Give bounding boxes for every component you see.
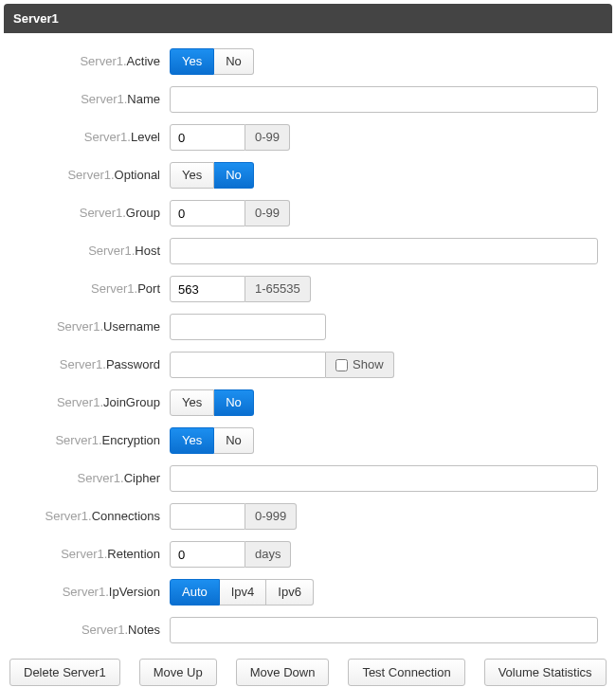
label-cipher: Server1.Cipher [4,465,170,492]
encryption-yes-button[interactable]: Yes [170,427,214,454]
active-toggle[interactable]: Yes No [170,48,254,75]
host-input[interactable] [170,238,598,264]
row-retention: Server1.Retention days [4,541,612,568]
row-encryption: Server1.Encryption Yes No [4,427,612,454]
level-input[interactable] [170,124,245,151]
label-active: Server1.Active [4,48,170,75]
password-input[interactable] [170,352,326,378]
row-joingroup: Server1.JoinGroup Yes No [4,389,612,416]
move-up-button[interactable]: Move Up [139,659,217,686]
name-input[interactable] [170,86,598,113]
joingroup-no-button[interactable]: No [214,389,254,416]
volume-statistics-button[interactable]: Volume Statistics [484,659,607,686]
password-show-addon[interactable]: Show [326,352,394,378]
row-ipversion: Server1.IpVersion Auto Ipv4 Ipv6 [4,579,612,606]
password-show-label: Show [353,357,384,372]
label-notes: Server1.Notes [4,617,170,643]
row-port: Server1.Port 1-65535 [4,276,612,302]
active-no-button[interactable]: No [214,48,254,75]
group-addon: 0-99 [245,200,290,226]
optional-yes-button[interactable]: Yes [170,162,214,189]
active-yes-button[interactable]: Yes [170,48,214,75]
group-input[interactable] [170,200,245,226]
label-port: Server1.Port [4,276,170,302]
label-optional: Server1.Optional [4,162,170,189]
label-encryption: Server1.Encryption [4,427,170,454]
level-addon: 0-99 [245,124,290,151]
row-level: Server1.Level 0-99 [4,124,612,151]
footer-buttons: Delete Server1 Move Up Move Down Test Co… [4,655,612,686]
password-show-checkbox[interactable] [335,359,348,371]
connections-addon: 0-999 [245,503,297,530]
delete-server-button[interactable]: Delete Server1 [9,659,120,686]
joingroup-toggle[interactable]: Yes No [170,389,254,416]
retention-addon: days [245,541,291,568]
row-active: Server1.Active Yes No [4,48,612,75]
row-password: Server1.Password Show [4,352,612,378]
label-retention: Server1.Retention [4,541,170,568]
encryption-toggle[interactable]: Yes No [170,427,254,454]
test-connection-button[interactable]: Test Connection [348,659,464,686]
label-ipversion: Server1.IpVersion [4,579,170,606]
ipversion-ipv6-button[interactable]: Ipv6 [266,579,314,606]
connections-input[interactable] [170,503,245,530]
row-notes: Server1.Notes [4,617,612,643]
label-group: Server1.Group [4,200,170,226]
panel-header: Server1 [4,4,612,33]
optional-no-button[interactable]: No [214,162,254,189]
label-level: Server1.Level [4,124,170,151]
row-host: Server1.Host [4,238,612,264]
row-group: Server1.Group 0-99 [4,200,612,226]
label-username: Server1.Username [4,314,170,340]
row-name: Server1.Name [4,86,612,113]
port-addon: 1-65535 [245,276,311,302]
retention-input[interactable] [170,541,245,568]
label-password: Server1.Password [4,352,170,378]
joingroup-yes-button[interactable]: Yes [170,389,214,416]
label-connections: Server1.Connections [4,503,170,530]
ipversion-auto-button[interactable]: Auto [170,579,220,606]
row-username: Server1.Username [4,314,612,340]
move-down-button[interactable]: Move Down [236,659,330,686]
ipversion-ipv4-button[interactable]: Ipv4 [220,579,267,606]
row-cipher: Server1.Cipher [4,465,612,492]
optional-toggle[interactable]: Yes No [170,162,254,189]
label-name: Server1.Name [4,86,170,113]
ipversion-toggle[interactable]: Auto Ipv4 Ipv6 [170,579,314,606]
username-input[interactable] [170,314,326,340]
cipher-input[interactable] [170,465,598,492]
label-host: Server1.Host [4,238,170,264]
label-joingroup: Server1.JoinGroup [4,389,170,416]
encryption-no-button[interactable]: No [214,427,254,454]
row-connections: Server1.Connections 0-999 [4,503,612,530]
notes-input[interactable] [170,617,598,643]
port-input[interactable] [170,276,245,302]
row-optional: Server1.Optional Yes No [4,162,612,189]
